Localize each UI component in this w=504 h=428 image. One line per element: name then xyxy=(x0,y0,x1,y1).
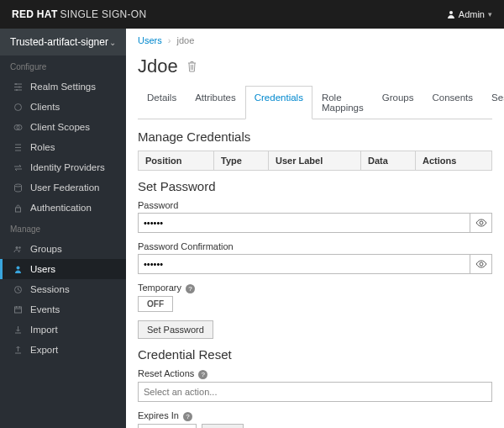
tab-credentials[interactable]: Credentials xyxy=(245,86,312,119)
breadcrumb: Users › jdoe xyxy=(138,29,492,52)
sidebar-item-users[interactable]: Users xyxy=(0,259,126,279)
nav-label: Groups xyxy=(30,244,62,254)
svg-rect-8 xyxy=(15,208,20,212)
users-icon xyxy=(10,245,25,254)
user-icon xyxy=(447,10,455,18)
svg-point-14 xyxy=(480,221,483,225)
temporary-toggle[interactable]: OFF xyxy=(138,296,173,312)
lock-icon xyxy=(10,203,25,213)
list-icon xyxy=(10,143,25,152)
nav-label: Events xyxy=(30,304,60,314)
help-icon[interactable]: ? xyxy=(186,284,195,293)
sliders-icon xyxy=(10,82,25,92)
tab-attributes[interactable]: Attributes xyxy=(186,86,245,119)
sidebar-item-authentication[interactable]: Authentication xyxy=(0,198,126,218)
nav-label: User Federation xyxy=(30,182,99,193)
sidebar-item-import[interactable]: Import xyxy=(0,320,126,340)
section-header-configure: Configure xyxy=(0,55,126,77)
expires-unit-select[interactable]: Hours xyxy=(202,424,244,428)
clock-icon xyxy=(10,285,25,294)
help-icon[interactable]: ? xyxy=(198,370,207,379)
sidebar-item-roles[interactable]: Roles xyxy=(0,137,126,157)
realm-selector[interactable]: Trusted-artifact-signer ⌄ xyxy=(0,29,126,55)
password-confirm-label: Password Confirmation xyxy=(138,241,492,251)
col-position: Position xyxy=(139,151,214,171)
circle-icon xyxy=(10,103,25,112)
chevron-down-icon: ⌄ xyxy=(109,38,116,47)
col-user-label: User Label xyxy=(269,151,361,171)
svg-point-2 xyxy=(18,86,20,87)
col-actions: Actions xyxy=(416,151,492,171)
credential-reset-heading: Credential Reset xyxy=(138,347,492,362)
tab-sessions[interactable]: Sessions xyxy=(482,86,504,119)
reset-actions-select[interactable] xyxy=(138,382,492,402)
exchange-icon xyxy=(10,163,25,172)
tab-details[interactable]: Details xyxy=(138,86,186,119)
svg-point-9 xyxy=(15,246,18,249)
svg-point-3 xyxy=(16,89,18,91)
svg-point-15 xyxy=(480,262,483,266)
admin-label: Admin xyxy=(459,9,485,19)
temporary-label: Temporary ? xyxy=(138,283,492,293)
sidebar-item-client-scopes[interactable]: Client Scopes xyxy=(0,117,126,137)
nav-label: Roles xyxy=(30,142,55,152)
eye-icon[interactable] xyxy=(470,254,492,274)
nav-label: Sessions xyxy=(30,284,70,294)
nav-label: Import xyxy=(30,325,58,335)
set-password-button[interactable]: Set Password xyxy=(138,320,213,339)
admin-menu[interactable]: Admin ▾ xyxy=(447,9,492,19)
sidebar-item-realm-settings[interactable]: Realm Settings xyxy=(0,77,126,97)
nav-label: Export xyxy=(30,345,58,355)
nav-label: Realm Settings xyxy=(30,82,96,92)
expires-in-input[interactable] xyxy=(138,424,197,428)
import-icon xyxy=(10,325,25,335)
svg-point-10 xyxy=(18,246,20,248)
sidebar-item-groups[interactable]: Groups xyxy=(0,239,126,259)
eye-icon[interactable] xyxy=(470,213,492,233)
password-confirm-input[interactable] xyxy=(138,254,470,274)
sidebar-item-user-federation[interactable]: User Federation xyxy=(0,177,126,198)
sidebar: Trusted-artifact-signer ⌄ Configure Real… xyxy=(0,29,126,428)
nav-label: Users xyxy=(30,264,55,274)
section-header-manage: Manage xyxy=(0,218,126,239)
export-icon xyxy=(10,346,25,355)
manage-credentials-heading: Manage Credentials xyxy=(138,129,492,144)
brand-light: SINGLE SIGN-ON xyxy=(60,8,147,20)
breadcrumb-current: jdoe xyxy=(177,35,195,45)
breadcrumb-users-link[interactable]: Users xyxy=(138,35,162,45)
trash-icon[interactable] xyxy=(186,61,197,72)
password-label: Password xyxy=(138,200,492,210)
credentials-table: Position Type User Label Data Actions xyxy=(138,151,492,171)
svg-point-1 xyxy=(15,83,17,85)
calendar-icon xyxy=(10,305,25,314)
sidebar-item-export[interactable]: Export xyxy=(0,340,126,360)
svg-point-11 xyxy=(16,266,19,269)
sidebar-item-identity-providers[interactable]: Identity Providers xyxy=(0,157,126,177)
page-title: Jdoe xyxy=(138,55,178,77)
password-input[interactable] xyxy=(138,213,470,233)
nav-label: Identity Providers xyxy=(30,162,105,172)
set-password-heading: Set Password xyxy=(138,179,492,193)
tab-consents[interactable]: Consents xyxy=(423,86,482,119)
nav-label: Authentication xyxy=(30,203,92,213)
reset-actions-label: Reset Actions ? xyxy=(138,368,492,379)
tab-groups[interactable]: Groups xyxy=(373,86,423,119)
tab-role-mappings[interactable]: Role Mappings xyxy=(312,86,373,119)
tabs: Details Attributes Credentials Role Mapp… xyxy=(138,86,492,119)
top-bar: RED HATSINGLE SIGN-ON Admin ▾ xyxy=(0,0,504,29)
sidebar-item-sessions[interactable]: Sessions xyxy=(0,279,126,299)
brand-logo: RED HATSINGLE SIGN-ON xyxy=(12,8,146,20)
main-content: Users › jdoe Jdoe Details Attributes Cre… xyxy=(126,29,504,428)
svg-point-7 xyxy=(14,184,21,187)
help-icon[interactable]: ? xyxy=(183,412,192,421)
sidebar-item-events[interactable]: Events xyxy=(0,299,126,320)
realm-name: Trusted-artifact-signer xyxy=(10,36,108,48)
brand-strong: RED HAT xyxy=(12,8,58,20)
expires-in-label: Expires In ? xyxy=(138,410,492,421)
chevron-down-icon: ▾ xyxy=(488,10,492,18)
nav-label: Clients xyxy=(30,102,60,112)
sidebar-item-clients[interactable]: Clients xyxy=(0,97,126,117)
svg-point-0 xyxy=(449,11,453,14)
user-icon xyxy=(10,265,25,274)
nav-label: Client Scopes xyxy=(30,122,90,132)
